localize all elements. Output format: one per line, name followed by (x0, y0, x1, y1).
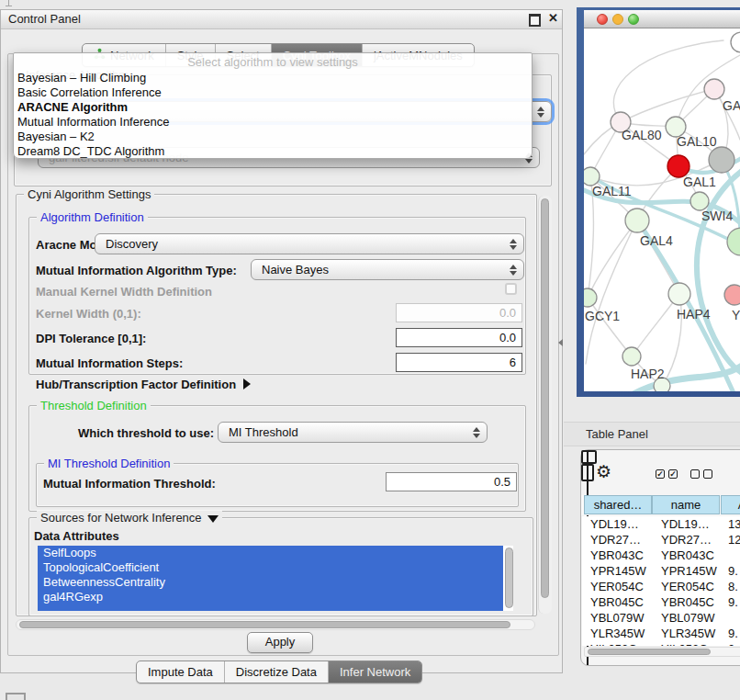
network-node[interactable] (727, 228, 740, 255)
apply-button[interactable]: Apply (247, 632, 313, 653)
split-pane-collapse-icon[interactable] (558, 339, 563, 346)
dropdown-item[interactable]: Dream8 DC_TDC Algorithm (14, 144, 532, 159)
table-row[interactable]: YBL079WYBL079W (582, 610, 740, 626)
table-cell: YPR145W (658, 563, 728, 579)
aracne-mode-combobox[interactable]: Discovery (95, 233, 524, 254)
network-node-hap2[interactable] (622, 347, 641, 366)
cyni-mode-tabs: Impute DataDiscretize DataInfer Network (136, 660, 422, 683)
group-title: Threshold Definition (37, 399, 151, 412)
table-cell: YDR27… (658, 532, 728, 548)
table-row[interactable]: YPR145WYPR145W9. (582, 563, 740, 579)
settings-horizontal-scrollbar[interactable] (16, 619, 535, 630)
table-cell: 12 (728, 532, 740, 548)
table-cell: YBR043C (582, 548, 658, 563)
table-cell: 13 (728, 516, 740, 532)
minimize-traffic-light[interactable] (612, 14, 623, 25)
network-window-titlebar[interactable] (584, 10, 740, 28)
tab-infer-network[interactable]: Infer Network (328, 661, 421, 683)
table-row[interactable]: YIL052CYIL052C0. (582, 641, 740, 646)
attribute-list-item[interactable]: SelfLoops (38, 546, 503, 560)
column-header[interactable]: name (652, 495, 720, 514)
stepper-arrows-icon (510, 238, 517, 251)
which-threshold-combobox[interactable]: MI Threshold (218, 422, 488, 443)
hub-definition-expander[interactable]: Hub/Transcription Factor Definition (36, 378, 251, 391)
select-all-icon[interactable]: ✓ (656, 469, 665, 479)
split-pane-icon[interactable] (581, 450, 597, 464)
control-panel-titlebar: Control Panel ✕ (1, 10, 562, 29)
network-node-gal4[interactable] (625, 209, 649, 232)
node-label: GCY1 (585, 309, 620, 323)
table-horizontal-scrollbar[interactable] (584, 647, 740, 657)
gear-icon[interactable]: ⚙ (596, 463, 611, 481)
attribute-list-item[interactable] (38, 604, 503, 611)
kernel-width-field[interactable]: 0.0 (396, 303, 522, 322)
dropdown-item[interactable]: Bayesian – K2 (14, 130, 532, 144)
zoom-traffic-light[interactable] (628, 14, 639, 25)
float-window-icon[interactable] (529, 14, 541, 27)
close-icon[interactable]: ✕ (548, 11, 558, 25)
mi-algorithm-type-combobox[interactable]: Naive Bayes (251, 259, 524, 280)
expand-right-icon (243, 378, 251, 390)
close-traffic-light[interactable] (597, 14, 608, 25)
settings-vertical-scrollbar[interactable] (538, 196, 552, 614)
kernel-width-label: Kernel Width (0,1): (36, 307, 141, 321)
table-cell (728, 548, 740, 563)
network-node-y[interactable] (724, 285, 740, 305)
sources-group-title[interactable]: Sources for Network Inference (37, 511, 222, 525)
deselect-all-icon[interactable] (690, 469, 700, 479)
network-node-hap4[interactable] (668, 283, 690, 305)
network-node-gcy1[interactable] (584, 288, 597, 307)
mi-algorithm-type-value: Naive Bayes (262, 263, 329, 277)
table-cell: 9. (728, 563, 740, 579)
dropdown-item[interactable]: ARACNE Algorithm (14, 100, 532, 115)
network-node-gal11[interactable] (584, 167, 600, 186)
dropdown-item[interactable]: Basic Correlation Inference (14, 85, 532, 100)
edge-artifact (6, 6, 12, 6)
network-node[interactable] (731, 32, 740, 52)
mi-threshold-field[interactable]: 0.5 (386, 472, 517, 491)
network-edge (588, 298, 632, 356)
dpi-tolerance-field[interactable]: 0.0 (396, 328, 522, 347)
manual-kernel-width-checkbox[interactable] (505, 283, 517, 295)
table-cell: YDR27… (582, 532, 658, 548)
minimized-panel-fragment[interactable] (6, 693, 26, 700)
network-node[interactable] (709, 147, 734, 173)
collapse-down-icon (207, 515, 219, 523)
scrollbar-thumb[interactable] (588, 649, 711, 655)
dropdown-item[interactable]: Mutual Information Inference (14, 115, 532, 130)
network-node[interactable] (704, 79, 724, 99)
table-cell: YDL19… (658, 516, 728, 532)
network-view-window: GAL80GAL10GAL1GAL11SWI4GAL4GCY1HAP4YHAP2… (577, 7, 740, 397)
table-cell: YDL19… (582, 516, 658, 532)
attribute-list-scrollbar[interactable] (505, 548, 513, 608)
table-cell: 8. (728, 579, 740, 594)
table-row[interactable]: YBR045CYBR045C9. (582, 594, 740, 610)
select-all-icon[interactable]: ✓ (668, 469, 678, 479)
deselect-all-icon[interactable] (703, 469, 712, 479)
network-node-swi4[interactable] (690, 192, 709, 210)
table-cell: 9. (728, 594, 740, 610)
scrollbar-thumb[interactable] (19, 621, 510, 628)
group-title: Algorithm Definition (37, 210, 148, 224)
table-cell: YBR045C (582, 594, 658, 610)
stepper-arrows-icon (510, 264, 517, 277)
table-row[interactable]: YER054CYER054C8. (582, 579, 740, 594)
dropdown-item[interactable]: Bayesian – Hill Climbing (14, 71, 532, 85)
table-row[interactable]: YDL19…YDL19…13 (582, 516, 740, 532)
column-header[interactable]: shared… (584, 495, 652, 514)
table-row[interactable]: YLR345WYLR345W9. (582, 626, 740, 641)
table-row[interactable]: YDR27…YDR27…12 (582, 532, 740, 548)
attribute-list-item[interactable]: TopologicalCoefficient (38, 560, 503, 575)
table-row[interactable]: YBR043CYBR043C (582, 548, 740, 563)
tab-discretize-data[interactable]: Discretize Data (224, 661, 328, 683)
scrollbar-thumb[interactable] (541, 198, 549, 598)
mi-steps-field[interactable]: 6 (396, 353, 522, 372)
attribute-list-item[interactable]: gal4RGexp (38, 590, 503, 604)
data-attributes-list[interactable]: SelfLoopsTopologicalCoefficientBetweenne… (38, 546, 513, 611)
column-header[interactable]: A (721, 495, 740, 514)
table-cell: 0. (728, 641, 740, 646)
tab-impute-data[interactable]: Impute Data (137, 661, 224, 683)
attribute-list-item[interactable]: BetweennessCentrality (38, 575, 503, 590)
manual-kernel-width-label: Manual Kernel Width Definition (36, 285, 212, 299)
network-canvas[interactable]: GAL80GAL10GAL1GAL11SWI4GAL4GCY1HAP4YHAP2… (584, 28, 740, 391)
